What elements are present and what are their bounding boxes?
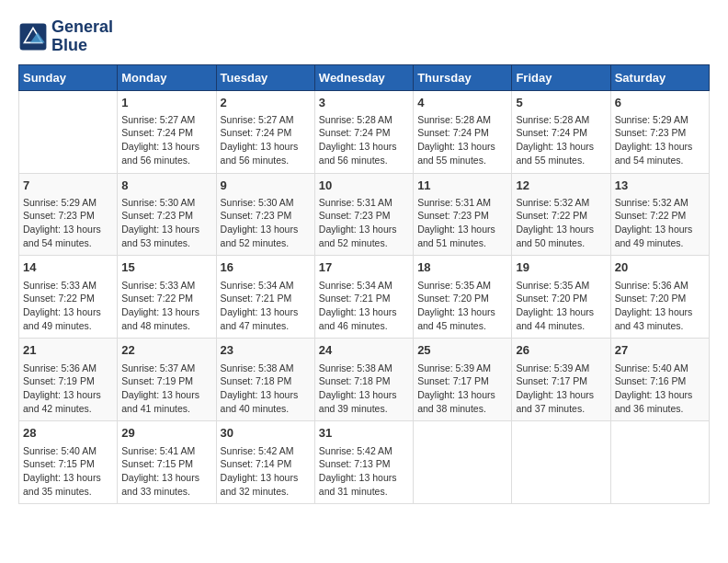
day-info: Sunrise: 5:32 AM Sunset: 7:22 PM Dayligh…	[615, 196, 705, 250]
day-info: Sunrise: 5:35 AM Sunset: 7:20 PM Dayligh…	[417, 279, 507, 333]
day-number: 2	[221, 95, 311, 111]
day-number: 7	[23, 178, 113, 194]
calendar-cell: 25Sunrise: 5:39 AM Sunset: 7:17 PM Dayli…	[414, 339, 512, 421]
header-day-sunday: Sunday	[19, 64, 118, 90]
day-number: 23	[221, 342, 311, 359]
header-day-tuesday: Tuesday	[216, 64, 314, 90]
day-number: 18	[417, 259, 507, 276]
day-info: Sunrise: 5:30 AM Sunset: 7:23 PM Dayligh…	[221, 196, 311, 250]
day-info: Sunrise: 5:38 AM Sunset: 7:18 PM Dayligh…	[221, 362, 311, 416]
day-number: 21	[23, 342, 113, 359]
day-number: 4	[417, 95, 507, 111]
day-info: Sunrise: 5:29 AM Sunset: 7:23 PM Dayligh…	[615, 113, 705, 167]
calendar-cell: 8Sunrise: 5:30 AM Sunset: 7:23 PM Daylig…	[118, 173, 216, 256]
day-number: 9	[221, 178, 311, 194]
day-info: Sunrise: 5:31 AM Sunset: 7:23 PM Dayligh…	[319, 196, 409, 250]
calendar-cell: 17Sunrise: 5:34 AM Sunset: 7:21 PM Dayli…	[314, 256, 413, 339]
day-number: 27	[615, 342, 705, 359]
header-day-friday: Friday	[512, 64, 610, 90]
day-number: 3	[319, 95, 409, 111]
header-day-saturday: Saturday	[610, 64, 709, 90]
day-info: Sunrise: 5:29 AM Sunset: 7:23 PM Dayligh…	[23, 196, 113, 250]
calendar-cell: 30Sunrise: 5:42 AM Sunset: 7:14 PM Dayli…	[216, 421, 314, 504]
day-number: 8	[121, 178, 211, 194]
calendar-cell: 2Sunrise: 5:27 AM Sunset: 7:24 PM Daylig…	[216, 90, 314, 173]
calendar-cell	[414, 421, 512, 504]
calendar-cell: 21Sunrise: 5:36 AM Sunset: 7:19 PM Dayli…	[19, 339, 118, 421]
week-row-4: 21Sunrise: 5:36 AM Sunset: 7:19 PM Dayli…	[19, 339, 710, 421]
day-info: Sunrise: 5:28 AM Sunset: 7:24 PM Dayligh…	[417, 113, 507, 167]
day-info: Sunrise: 5:34 AM Sunset: 7:21 PM Dayligh…	[221, 279, 311, 333]
day-number: 28	[23, 425, 113, 442]
day-number: 16	[221, 259, 311, 276]
calendar-cell: 1Sunrise: 5:27 AM Sunset: 7:24 PM Daylig…	[118, 90, 216, 173]
day-number: 19	[516, 259, 606, 276]
calendar-cell: 3Sunrise: 5:28 AM Sunset: 7:24 PM Daylig…	[314, 90, 413, 173]
calendar-cell: 26Sunrise: 5:39 AM Sunset: 7:17 PM Dayli…	[512, 339, 610, 421]
calendar-cell	[512, 421, 610, 504]
day-info: Sunrise: 5:30 AM Sunset: 7:23 PM Dayligh…	[121, 196, 211, 250]
day-info: Sunrise: 5:42 AM Sunset: 7:13 PM Dayligh…	[319, 444, 409, 499]
day-number: 25	[417, 342, 507, 359]
day-info: Sunrise: 5:27 AM Sunset: 7:24 PM Dayligh…	[221, 113, 311, 167]
day-info: Sunrise: 5:33 AM Sunset: 7:22 PM Dayligh…	[23, 279, 113, 333]
week-row-3: 14Sunrise: 5:33 AM Sunset: 7:22 PM Dayli…	[19, 256, 710, 339]
calendar-cell: 18Sunrise: 5:35 AM Sunset: 7:20 PM Dayli…	[414, 256, 512, 339]
calendar-cell: 9Sunrise: 5:30 AM Sunset: 7:23 PM Daylig…	[216, 173, 314, 256]
day-info: Sunrise: 5:40 AM Sunset: 7:15 PM Dayligh…	[23, 444, 113, 499]
day-info: Sunrise: 5:38 AM Sunset: 7:18 PM Dayligh…	[319, 362, 409, 416]
day-info: Sunrise: 5:39 AM Sunset: 7:17 PM Dayligh…	[516, 362, 606, 416]
day-number: 30	[221, 425, 311, 442]
day-info: Sunrise: 5:32 AM Sunset: 7:22 PM Dayligh…	[516, 196, 606, 250]
day-info: Sunrise: 5:34 AM Sunset: 7:21 PM Dayligh…	[319, 279, 409, 333]
day-number: 26	[516, 342, 606, 359]
day-number: 10	[319, 178, 409, 194]
week-row-2: 7Sunrise: 5:29 AM Sunset: 7:23 PM Daylig…	[19, 173, 710, 256]
logo-text: General Blue	[51, 18, 113, 55]
calendar-cell	[19, 90, 118, 173]
calendar-cell: 4Sunrise: 5:28 AM Sunset: 7:24 PM Daylig…	[414, 90, 512, 173]
calendar-cell: 11Sunrise: 5:31 AM Sunset: 7:23 PM Dayli…	[414, 173, 512, 256]
day-info: Sunrise: 5:42 AM Sunset: 7:14 PM Dayligh…	[221, 444, 311, 499]
day-info: Sunrise: 5:28 AM Sunset: 7:24 PM Dayligh…	[516, 113, 606, 167]
calendar-cell: 31Sunrise: 5:42 AM Sunset: 7:13 PM Dayli…	[314, 421, 413, 504]
logo: General Blue	[18, 18, 113, 55]
calendar-cell: 27Sunrise: 5:40 AM Sunset: 7:16 PM Dayli…	[610, 339, 709, 421]
day-number: 14	[23, 259, 113, 276]
day-number: 29	[121, 425, 211, 442]
header-day-monday: Monday	[118, 64, 216, 90]
header-day-wednesday: Wednesday	[314, 64, 413, 90]
day-info: Sunrise: 5:41 AM Sunset: 7:15 PM Dayligh…	[121, 444, 211, 499]
day-number: 12	[516, 178, 606, 194]
day-info: Sunrise: 5:31 AM Sunset: 7:23 PM Dayligh…	[417, 196, 507, 250]
calendar-cell: 5Sunrise: 5:28 AM Sunset: 7:24 PM Daylig…	[512, 90, 610, 173]
days-header-row: SundayMondayTuesdayWednesdayThursdayFrid…	[19, 64, 710, 90]
day-info: Sunrise: 5:33 AM Sunset: 7:22 PM Dayligh…	[121, 279, 211, 333]
calendar-cell: 20Sunrise: 5:36 AM Sunset: 7:20 PM Dayli…	[610, 256, 709, 339]
day-info: Sunrise: 5:28 AM Sunset: 7:24 PM Dayligh…	[319, 113, 409, 167]
calendar-cell	[610, 421, 709, 504]
calendar-cell: 22Sunrise: 5:37 AM Sunset: 7:19 PM Dayli…	[118, 339, 216, 421]
calendar-cell: 13Sunrise: 5:32 AM Sunset: 7:22 PM Dayli…	[610, 173, 709, 256]
day-number: 20	[615, 259, 705, 276]
page-header: General Blue	[18, 18, 710, 55]
day-number: 1	[121, 95, 211, 111]
day-number: 31	[319, 425, 409, 442]
calendar-cell: 14Sunrise: 5:33 AM Sunset: 7:22 PM Dayli…	[19, 256, 118, 339]
day-number: 15	[121, 259, 211, 276]
day-number: 13	[615, 178, 705, 194]
day-info: Sunrise: 5:40 AM Sunset: 7:16 PM Dayligh…	[615, 362, 705, 416]
calendar-cell: 10Sunrise: 5:31 AM Sunset: 7:23 PM Dayli…	[314, 173, 413, 256]
day-info: Sunrise: 5:35 AM Sunset: 7:20 PM Dayligh…	[516, 279, 606, 333]
day-info: Sunrise: 5:39 AM Sunset: 7:17 PM Dayligh…	[417, 362, 507, 416]
header-day-thursday: Thursday	[414, 64, 512, 90]
day-info: Sunrise: 5:36 AM Sunset: 7:20 PM Dayligh…	[615, 279, 705, 333]
calendar-cell: 7Sunrise: 5:29 AM Sunset: 7:23 PM Daylig…	[19, 173, 118, 256]
logo-icon	[18, 22, 48, 52]
day-number: 5	[516, 95, 606, 111]
calendar-cell: 15Sunrise: 5:33 AM Sunset: 7:22 PM Dayli…	[118, 256, 216, 339]
calendar-cell: 19Sunrise: 5:35 AM Sunset: 7:20 PM Dayli…	[512, 256, 610, 339]
calendar-cell: 6Sunrise: 5:29 AM Sunset: 7:23 PM Daylig…	[610, 90, 709, 173]
calendar-cell: 12Sunrise: 5:32 AM Sunset: 7:22 PM Dayli…	[512, 173, 610, 256]
day-number: 6	[615, 95, 705, 111]
